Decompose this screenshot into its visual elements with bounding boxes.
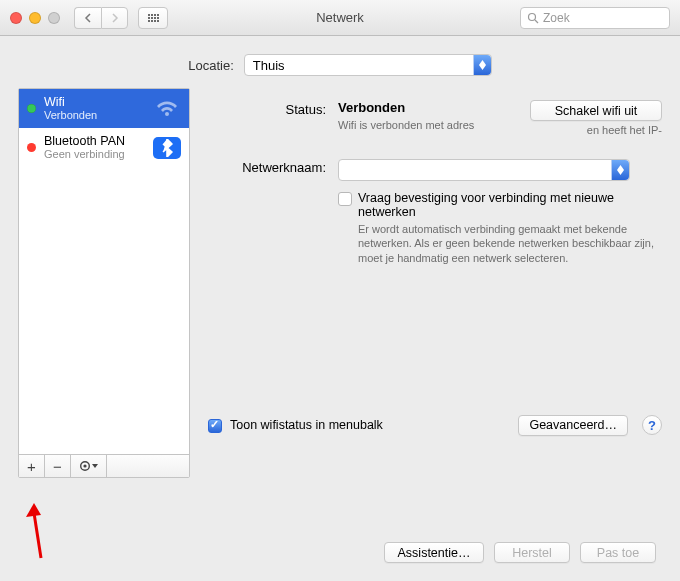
svg-point-0 — [529, 13, 536, 20]
zoom-window-icon — [48, 12, 60, 24]
turn-wifi-off-button[interactable]: Schakel wifi uit — [530, 100, 662, 121]
minimize-window-icon[interactable] — [29, 12, 41, 24]
status-dot-icon — [27, 104, 36, 113]
window-footer: Assistentie… Herstel Pas toe — [384, 542, 656, 563]
traffic-lights — [10, 12, 60, 24]
revert-button[interactable]: Herstel — [494, 542, 570, 563]
show-wifi-status-checkbox[interactable] — [208, 419, 222, 433]
service-status: Verbonden — [44, 109, 145, 122]
search-field[interactable]: Zoek — [520, 7, 670, 29]
network-name-popup[interactable] — [338, 159, 630, 181]
svg-point-3 — [83, 464, 86, 467]
location-label: Locatie: — [188, 58, 234, 73]
gear-icon — [79, 460, 99, 472]
content-area: Wifi Verbonden Bluetooth PAN Geen verbin… — [0, 88, 680, 478]
bottom-row: Toon wifistatus in menubalk Geavanceerd…… — [208, 415, 662, 436]
question-icon: ? — [648, 418, 656, 433]
grid-icon — [148, 14, 159, 22]
service-text: Wifi Verbonden — [44, 95, 145, 122]
network-name-row: Netwerknaam: — [208, 158, 662, 181]
annotation-arrow-icon — [26, 503, 56, 563]
ask-to-join-help: Er wordt automatisch verbinding gemaakt … — [358, 222, 662, 265]
status-help-left: Wifi is verbonden met adres — [338, 118, 488, 132]
back-button[interactable] — [74, 7, 101, 29]
services-list: Wifi Verbonden Bluetooth PAN Geen verbin… — [19, 89, 189, 454]
location-value: Thuis — [253, 58, 285, 73]
status-value: Verbonden — [338, 100, 522, 115]
popup-arrows-icon — [611, 160, 629, 180]
close-window-icon[interactable] — [10, 12, 22, 24]
show-all-prefs-button[interactable] — [138, 7, 168, 29]
nav-back-forward — [74, 7, 128, 29]
service-name: Wifi — [44, 95, 145, 109]
help-button[interactable]: ? — [642, 415, 662, 435]
apply-button[interactable]: Pas toe — [580, 542, 656, 563]
services-sidebar: Wifi Verbonden Bluetooth PAN Geen verbin… — [18, 88, 190, 478]
add-service-button[interactable]: + — [19, 455, 45, 477]
location-row: Locatie: Thuis — [0, 36, 680, 88]
status-row: Status: Verbonden Wifi is verbonden met … — [208, 100, 662, 136]
sidebar-footer: + − — [19, 454, 189, 477]
ask-to-join-row: Vraag bevestiging voor verbinding met ni… — [338, 191, 662, 219]
network-name-label: Netwerknaam: — [208, 158, 338, 181]
search-icon — [527, 12, 539, 24]
detail-panel: Status: Verbonden Wifi is verbonden met … — [208, 88, 662, 478]
status-label: Status: — [208, 100, 338, 117]
service-name: Bluetooth PAN — [44, 134, 145, 148]
sidebar-footer-spacer — [107, 455, 189, 477]
wifi-icon — [153, 98, 181, 120]
location-popup[interactable]: Thuis — [244, 54, 492, 76]
minus-icon: − — [53, 458, 62, 475]
forward-button[interactable] — [101, 7, 128, 29]
service-text: Bluetooth PAN Geen verbinding — [44, 134, 145, 161]
advanced-button[interactable]: Geavanceerd… — [518, 415, 628, 436]
plus-icon: + — [27, 458, 36, 475]
show-wifi-status-label: Toon wifistatus in menubalk — [230, 418, 510, 432]
service-status: Geen verbinding — [44, 148, 145, 161]
window-titlebar: Netwerk Zoek — [0, 0, 680, 36]
bluetooth-icon — [153, 137, 181, 159]
ask-to-join-label: Vraag bevestiging voor verbinding met ni… — [358, 191, 662, 219]
chevron-right-icon — [111, 13, 119, 23]
svg-line-4 — [34, 513, 41, 558]
action-menu-button[interactable] — [71, 455, 107, 477]
service-item-wifi[interactable]: Wifi Verbonden — [19, 89, 189, 128]
service-item-bluetooth-pan[interactable]: Bluetooth PAN Geen verbinding — [19, 128, 189, 167]
status-dot-icon — [27, 143, 36, 152]
svg-line-1 — [535, 20, 538, 23]
status-help-right: en heeft het IP- — [522, 124, 662, 136]
popup-arrows-icon — [473, 55, 491, 75]
assist-button[interactable]: Assistentie… — [384, 542, 484, 563]
search-placeholder: Zoek — [543, 11, 570, 25]
remove-service-button[interactable]: − — [45, 455, 71, 477]
ask-to-join-checkbox[interactable] — [338, 192, 352, 206]
chevron-left-icon — [84, 13, 92, 23]
